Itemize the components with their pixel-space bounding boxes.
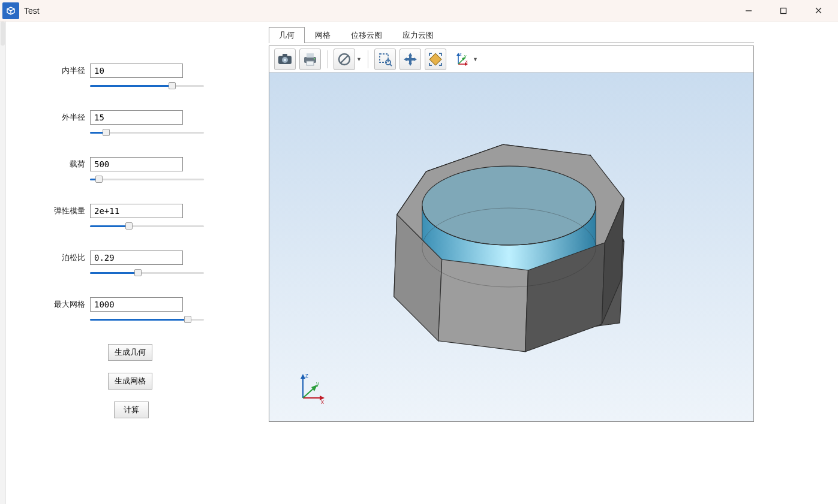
param-label: 外半径 [54,112,85,123]
param-input[interactable] [90,204,183,218]
param-slider[interactable] [90,80,204,91]
svg-marker-19 [404,58,407,61]
print-button[interactable] [299,49,321,70]
svg-text:x: x [465,59,468,64]
chevron-down-icon[interactable]: ▼ [356,56,362,62]
param-slider[interactable] [90,314,204,325]
param-slider[interactable] [90,221,204,231]
svg-point-44 [422,166,596,245]
orientation-triad: z x y [292,369,328,407]
svg-rect-22 [407,58,414,61]
tab[interactable]: 网格 [305,27,341,43]
param-slider[interactable] [90,267,204,278]
maximize-button[interactable] [766,0,801,22]
tab[interactable]: 位移云图 [341,27,392,43]
parameter-panel: 内半径外半径载荷弹性模量泊松比最大网格 生成几何 生成网格 计算 [6,22,269,504]
param-row: 泊松比 [54,251,209,278]
svg-point-7 [284,58,286,61]
param-label: 弹性模量 [54,206,85,216]
zoom-select-button[interactable] [374,49,396,70]
param-slider[interactable] [90,174,204,185]
viewer-toolbar: ▼ zxy ▼ [269,46,753,73]
param-input[interactable] [90,110,183,125]
pan-button[interactable] [400,49,421,70]
svg-line-16 [390,64,392,66]
svg-marker-17 [409,53,412,56]
svg-text:y: y [316,381,319,387]
tab[interactable]: 几何 [269,27,305,43]
tab[interactable]: 应力云图 [392,27,444,43]
app-icon [2,2,19,19]
svg-text:x: x [321,399,324,405]
svg-line-13 [341,56,348,63]
axes-orientation-dropdown[interactable]: zxy [450,49,471,70]
svg-rect-23 [429,53,441,65]
viewport-3d[interactable]: z x y [269,73,753,421]
generate-geometry-button[interactable]: 生成几何 [108,344,152,361]
param-row: 内半径 [54,64,209,91]
minimize-button[interactable] [731,0,766,22]
param-slider[interactable] [90,127,204,138]
param-input[interactable] [90,251,183,265]
param-input[interactable] [90,297,183,312]
svg-marker-20 [414,58,417,61]
param-input[interactable] [90,64,183,78]
svg-text:y: y [464,54,467,59]
svg-rect-9 [307,53,314,58]
param-label: 泊松比 [54,252,85,263]
param-label: 内半径 [54,65,85,76]
viewer-box: ▼ zxy ▼ [269,46,754,422]
fit-view-button[interactable] [425,49,446,70]
svg-rect-5 [283,54,287,57]
tab-bar: 几何网格位移云图应力云图 [269,26,754,43]
svg-rect-14 [380,54,388,62]
titlebar: Test [0,0,838,22]
svg-text:z: z [305,372,308,379]
svg-rect-1 [781,8,786,13]
chevron-down-icon[interactable]: ▼ [473,56,478,62]
param-label: 载荷 [54,159,85,170]
svg-marker-46 [438,259,528,352]
window-title: Test [24,6,40,16]
param-row: 弹性模量 [54,204,209,231]
param-label: 最大网格 [54,299,85,310]
left-scrollbar[interactable] [0,22,6,504]
param-row: 外半径 [54,110,209,138]
svg-point-11 [314,58,315,59]
svg-rect-10 [307,61,314,65]
close-button[interactable] [801,0,836,22]
generate-mesh-button[interactable]: 生成网格 [108,373,152,390]
svg-marker-51 [301,374,305,379]
svg-text:z: z [459,52,462,56]
param-row: 载荷 [54,157,209,185]
param-input[interactable] [90,157,183,171]
model-render [269,73,753,421]
param-row: 最大网格 [54,297,209,325]
compute-button[interactable]: 计算 [114,402,149,418]
visibility-dropdown[interactable] [334,49,355,70]
svg-marker-18 [409,63,412,66]
screenshot-button[interactable] [274,49,296,70]
